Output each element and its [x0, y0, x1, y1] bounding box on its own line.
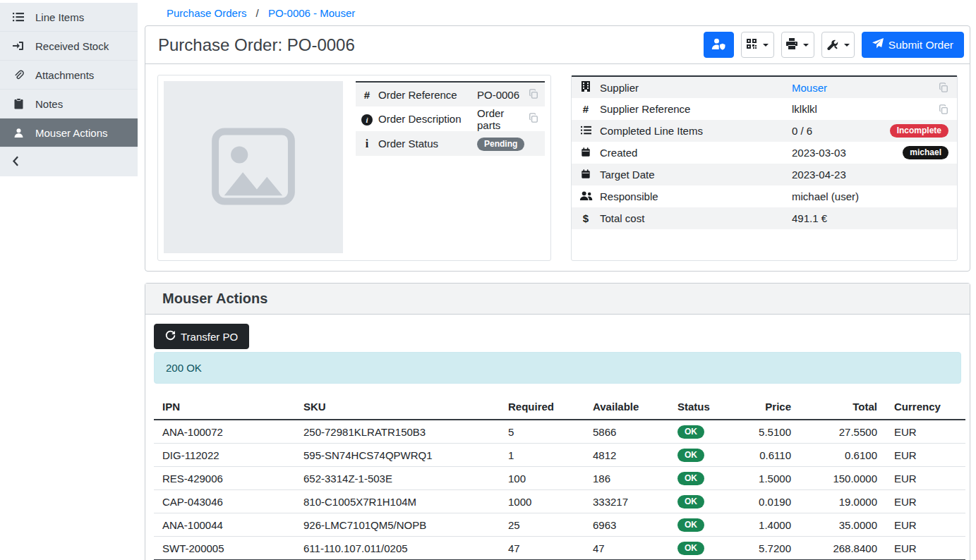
cell-sku: 810-C1005X7R1H104M [295, 490, 500, 513]
detail-label: Total cost [600, 207, 792, 229]
order-summary-card: # Order Reference PO-0006 i Order Descri… [157, 75, 551, 261]
sidebar-item-notes[interactable]: Notes [0, 90, 138, 118]
barcode-actions-dropdown[interactable] [741, 32, 774, 58]
sidebar-item-attachments[interactable]: Attachments [0, 61, 138, 90]
status-badge: OK [677, 425, 704, 439]
status-alert: 200 OK [154, 352, 961, 384]
printer-icon [786, 38, 797, 51]
submit-order-button[interactable]: Submit Order [862, 32, 964, 58]
building-icon [582, 82, 590, 94]
page-title: Purchase Order: PO-0006 [158, 35, 355, 55]
user-roles-button[interactable] [704, 32, 734, 58]
incomplete-badge: Incomplete [890, 124, 948, 138]
purchase-order-panel: Purchase Order: PO-0006 [145, 25, 970, 272]
cell-currency: EUR [886, 467, 965, 490]
detail-label: Completed Line Items [600, 120, 792, 142]
info-icon: i [366, 138, 368, 150]
sidebar-item-received-stock[interactable]: Received Stock [0, 32, 138, 61]
copy-icon[interactable] [939, 83, 948, 92]
detail-value: lklklkl [792, 103, 817, 115]
detail-value: michael (user) [792, 190, 859, 202]
table-row: SWT-200005 611-110.107.011/0205 47 47 OK… [154, 537, 965, 560]
send-icon [872, 38, 884, 52]
cell-available: 5866 [584, 420, 669, 444]
sidebar-item-label: Received Stock [35, 40, 109, 52]
cell-ipn: SWT-200005 [154, 537, 295, 560]
header-actions: Submit Order [704, 32, 964, 58]
cell-ipn: ANA-100044 [154, 513, 295, 537]
detail-row: Completed Line Items 0 / 6 Incomplete [572, 120, 957, 142]
detail-value: 491.1 € [792, 212, 827, 224]
table-row: RES-429006 652-3314Z-1-503E 100 186 OK 1… [154, 467, 965, 490]
alert-text: 200 OK [166, 362, 202, 374]
cell-currency: EUR [886, 420, 965, 444]
detail-row: # Supplier Reference lklklkl [572, 98, 957, 120]
cell-total: 27.5500 [800, 420, 886, 444]
detail-row: i Order Status Pending [356, 131, 545, 156]
mouser-actions-panel: Mouser Actions Transfer PO 200 OK I [145, 283, 970, 560]
cell-required: 47 [500, 537, 584, 560]
cell-ipn: ANA-100072 [154, 420, 295, 444]
table-row: DIG-112022 595-SN74HCS74QPWRQ1 1 4812 OK… [154, 444, 965, 467]
supplier-link[interactable]: Mouser [792, 82, 827, 94]
cell-price: 0.0190 [740, 490, 800, 513]
detail-value: 2023-04-23 [792, 169, 846, 181]
detail-label: Supplier Reference [600, 98, 792, 120]
cell-required: 5 [500, 420, 584, 444]
cell-available: 6963 [584, 513, 669, 537]
cell-ipn: DIG-112022 [154, 444, 295, 467]
cell-total: 268.8400 [800, 537, 886, 560]
cell-sku: 652-3314Z-1-503E [295, 467, 500, 490]
sidebar-item-label: Line Items [35, 11, 84, 23]
users-icon [579, 191, 593, 203]
tools-icon [826, 38, 838, 52]
user-badge: michael [903, 146, 948, 159]
cell-sku: 611-110.107.011/0205 [295, 537, 500, 560]
sign-in-icon [11, 40, 25, 51]
user-icon [11, 128, 25, 138]
line-items-table: IPN SKU Required Available Status Price … [154, 396, 965, 560]
detail-row: i Order Description Order parts [356, 106, 545, 131]
table-row: ANA-100072 250-72981KLRATR150B3 5 5866 O… [154, 420, 965, 444]
cell-available: 4812 [584, 444, 669, 467]
order-image-placeholder[interactable] [164, 81, 343, 253]
supplier-details-table: Supplier Mouser # Supplier Reference lkl [572, 75, 957, 229]
cell-currency: EUR [886, 444, 965, 467]
detail-row: Target Date 2023-04-23 [572, 164, 957, 185]
cell-required: 1000 [500, 490, 584, 513]
breadcrumb-link-current-order[interactable]: PO-0006 - Mouser [268, 7, 355, 19]
cell-currency: EUR [886, 537, 965, 560]
detail-label: Target Date [600, 164, 792, 185]
cell-required: 25 [500, 513, 584, 537]
clipboard-icon [11, 98, 25, 109]
detail-value: PO-0006 [477, 89, 519, 101]
detail-row: Supplier Mouser [572, 76, 957, 98]
copy-icon[interactable] [529, 113, 538, 123]
order-status-badge: Pending [477, 138, 524, 151]
cell-sku: 926-LMC7101QM5/NOPB [295, 513, 500, 537]
info-circle-icon: i [361, 114, 373, 126]
cell-available: 333217 [584, 490, 669, 513]
copy-icon[interactable] [529, 89, 538, 99]
cell-required: 1 [500, 444, 584, 467]
detail-row: Responsible michael (user) [572, 185, 957, 207]
list-icon [11, 11, 25, 23]
detail-label: Order Status [378, 131, 477, 156]
cell-total: 35.0000 [800, 513, 886, 537]
breadcrumb-link-purchase-orders[interactable]: Purchase Orders [167, 7, 246, 19]
cell-total: 19.0000 [800, 490, 886, 513]
cell-ipn: CAP-043046 [154, 490, 295, 513]
copy-icon[interactable] [939, 104, 948, 114]
sidebar-collapse-button[interactable] [0, 147, 138, 176]
sidebar-item-line-items[interactable]: Line Items [0, 3, 138, 32]
detail-value: 0 / 6 [792, 125, 812, 137]
order-actions-dropdown[interactable] [821, 32, 855, 58]
col-header-total: Total [800, 396, 886, 420]
user-shield-icon [711, 38, 725, 52]
sidebar-item-mouser-actions[interactable]: Mouser Actions [0, 118, 138, 147]
refresh-icon [165, 330, 176, 343]
cell-price: 5.7200 [740, 537, 800, 560]
transfer-po-button[interactable]: Transfer PO [154, 324, 249, 349]
print-actions-dropdown[interactable] [781, 32, 814, 58]
hash-icon: # [583, 103, 589, 115]
